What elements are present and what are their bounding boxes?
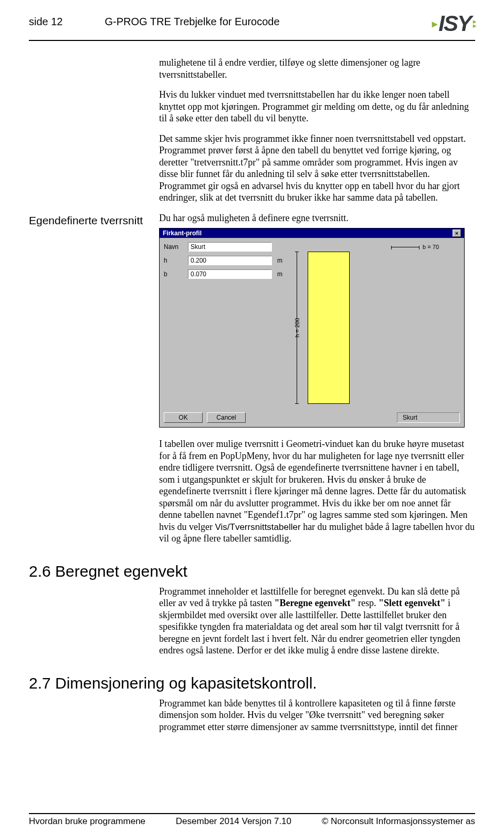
paragraph: Hvis du lukker vinduet med tverrsnittsta…	[159, 89, 475, 124]
navn-label: Navn	[164, 243, 183, 251]
footer-right: © Norconsult Informasjonssystemer as	[322, 816, 475, 827]
footer-center: Desember 2014 Versjon 7.10	[176, 816, 291, 827]
footer-left: Hvordan bruke programmene	[29, 816, 145, 827]
ok-button[interactable]: OK	[164, 412, 203, 423]
page-number: side 12	[29, 16, 63, 28]
paragraph: Programmet kan både benyttes til å kontr…	[159, 697, 475, 733]
logo-text: ISY	[438, 13, 471, 35]
paragraph: I tabellen over mulige tverrsnitt i Geom…	[159, 438, 475, 545]
navn-input[interactable]: Skurt	[188, 242, 272, 252]
paragraph: Det samme skjer hvis programmet ikke fin…	[159, 133, 475, 204]
close-icon[interactable]: ×	[453, 230, 461, 237]
heading-2-6: 2.6 Beregnet egenvekt	[29, 563, 475, 580]
dim-b-label: b = 70	[423, 244, 439, 250]
isy-logo: ▸ ISY ▸▸	[432, 13, 475, 35]
dialog-status: Skurt	[397, 412, 460, 423]
profile-rectangle-icon	[308, 252, 350, 404]
profile-dialog: Firkant-profil × Navn Skurt h 0.200 m	[159, 228, 465, 428]
h-input[interactable]: 0.200	[188, 256, 272, 265]
paragraph: Du har også muligheten å definere egne t…	[159, 212, 475, 224]
h-label: h	[164, 257, 183, 264]
h-unit: m	[277, 257, 285, 264]
b-unit: m	[277, 270, 285, 278]
b-label: b	[164, 270, 183, 278]
heading-2-7: 2.7 Dimensjonering og kapasitetskontroll…	[29, 674, 475, 692]
paragraph: Programmet inneholder et lasttilfelle fo…	[159, 586, 475, 657]
page-header: side 12 G-PROG TRE Trebjelke for Eurocod…	[29, 16, 475, 41]
profile-preview: b = 70 h = 200	[291, 242, 460, 404]
dialog-title: Firkant-profil	[163, 230, 202, 237]
paragraph: mulighetene til å endre verdier, tilføye…	[159, 57, 475, 80]
document-title: G-PROG TRE Trebjelke for Eurocode	[105, 16, 280, 28]
cancel-button[interactable]: Cancel	[207, 412, 246, 423]
page-footer: Hvordan bruke programmene Desember 2014 …	[29, 813, 475, 827]
section-side-heading: Egendefinerte tverrsnitt	[29, 212, 150, 227]
b-input[interactable]: 0.070	[188, 269, 272, 279]
